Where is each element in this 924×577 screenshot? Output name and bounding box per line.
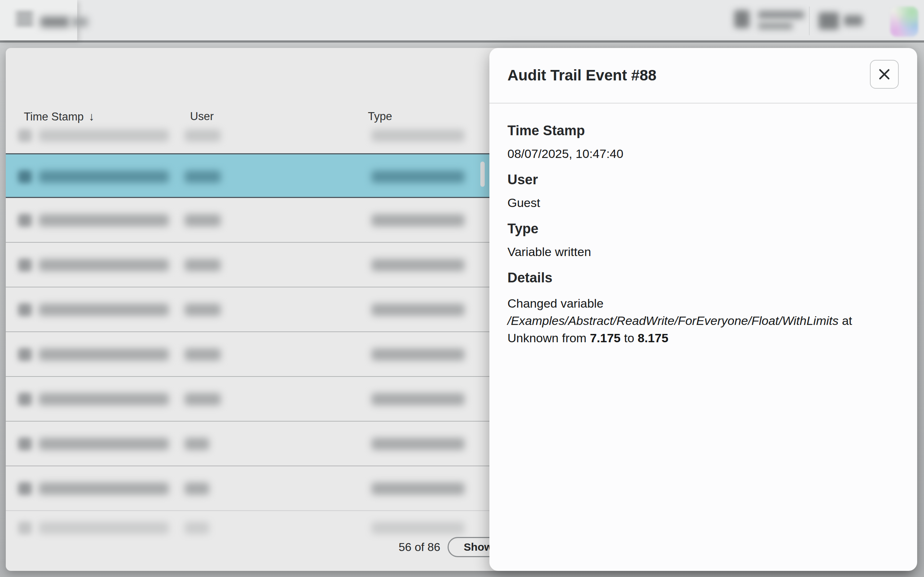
details-text: Changed variable /Examples/Abstract/Read… xyxy=(508,295,899,347)
timestamp-redacted xyxy=(39,348,169,361)
user-redacted xyxy=(185,304,221,316)
language-selector-redacted[interactable] xyxy=(844,15,863,26)
field-label-details: Details xyxy=(508,271,899,285)
panel-header: Audit Trail Event #88 xyxy=(489,48,917,103)
row-icon-redacted xyxy=(18,259,32,272)
column-label: Type xyxy=(368,110,392,122)
type-redacted xyxy=(371,171,464,183)
user-redacted xyxy=(185,171,221,183)
person-icon[interactable] xyxy=(734,10,750,28)
timestamp-redacted xyxy=(39,522,169,534)
app-logo-redacted xyxy=(40,16,69,27)
show-button-label: Show xyxy=(464,541,493,553)
type-redacted xyxy=(371,259,464,271)
type-redacted xyxy=(371,214,464,226)
user-info-redacted xyxy=(758,23,793,29)
active-app-tab[interactable] xyxy=(0,0,77,40)
topbar-divider xyxy=(809,6,810,35)
column-label: User xyxy=(190,110,213,122)
timestamp-redacted xyxy=(39,304,169,316)
variable-path: /Examples/Abstract/ReadWrite/ForEveryone… xyxy=(508,314,839,327)
row-icon-redacted xyxy=(18,348,32,361)
field-value-type: Variable written xyxy=(508,246,899,258)
top-app-bar xyxy=(0,0,924,43)
type-redacted xyxy=(371,393,464,405)
timestamp-redacted xyxy=(39,171,169,183)
type-redacted xyxy=(371,129,464,142)
user-redacted xyxy=(185,393,221,405)
user-redacted xyxy=(185,348,221,361)
chat-bubble-icon[interactable] xyxy=(819,12,839,29)
close-button[interactable] xyxy=(870,60,899,89)
timestamp-redacted xyxy=(39,129,169,142)
user-redacted xyxy=(185,438,209,450)
type-redacted xyxy=(371,522,464,534)
row-icon-redacted xyxy=(18,521,32,534)
column-header-type[interactable]: Type xyxy=(368,110,392,123)
to-value: 8.175 xyxy=(638,331,668,345)
from-value: 7.175 xyxy=(590,331,621,345)
field-value-time-stamp: 08/07/2025, 10:47:40 xyxy=(508,148,899,160)
timestamp-redacted xyxy=(39,438,169,450)
details-line-1: Changed variable xyxy=(508,295,899,312)
type-redacted xyxy=(371,438,464,450)
type-redacted xyxy=(371,482,464,495)
details-line-3: Unknown from 7.175 to 8.175 xyxy=(508,329,899,347)
type-redacted xyxy=(371,348,464,361)
timestamp-redacted xyxy=(39,393,169,405)
timestamp-redacted xyxy=(39,214,169,226)
field-label-type: Type xyxy=(508,222,899,235)
user-redacted xyxy=(185,129,221,142)
column-header-time-stamp[interactable]: Time Stamp↓ xyxy=(24,110,95,123)
type-redacted xyxy=(371,304,464,316)
user-info-redacted xyxy=(758,11,804,19)
row-icon-redacted xyxy=(18,129,32,142)
column-header-user[interactable]: User xyxy=(190,110,213,123)
panel-body: Time Stamp 08/07/2025, 10:47:40 User Gue… xyxy=(489,103,917,347)
row-icon-redacted xyxy=(18,393,32,406)
user-avatar[interactable] xyxy=(890,6,918,37)
row-icon-redacted xyxy=(18,214,32,227)
details-line-2: /Examples/Abstract/ReadWrite/ForEveryone… xyxy=(508,312,899,329)
app-logo-redacted xyxy=(71,17,88,27)
panel-title: Audit Trail Event #88 xyxy=(508,67,656,84)
field-label-user: User xyxy=(508,173,899,187)
hamburger-menu-icon[interactable] xyxy=(16,12,35,30)
table-scrollbar-thumb[interactable] xyxy=(481,161,485,187)
column-label: Time Stamp xyxy=(24,110,84,123)
row-icon-redacted xyxy=(18,170,32,183)
row-icon-redacted xyxy=(18,437,32,450)
user-redacted xyxy=(185,522,209,534)
timestamp-redacted xyxy=(39,482,169,495)
row-count-label: 56 of 86 xyxy=(398,541,440,554)
sort-desc-icon: ↓ xyxy=(89,110,95,123)
user-redacted xyxy=(185,482,209,495)
row-icon-redacted xyxy=(18,482,32,495)
audit-event-detail-panel: Audit Trail Event #88 Time Stamp 08/07/2… xyxy=(489,48,917,571)
field-value-user: Guest xyxy=(508,197,899,209)
close-icon xyxy=(877,67,892,82)
field-label-time-stamp: Time Stamp xyxy=(508,124,899,137)
user-redacted xyxy=(185,214,221,226)
timestamp-redacted xyxy=(39,259,169,271)
row-icon-redacted xyxy=(18,303,32,316)
user-redacted xyxy=(185,259,221,271)
